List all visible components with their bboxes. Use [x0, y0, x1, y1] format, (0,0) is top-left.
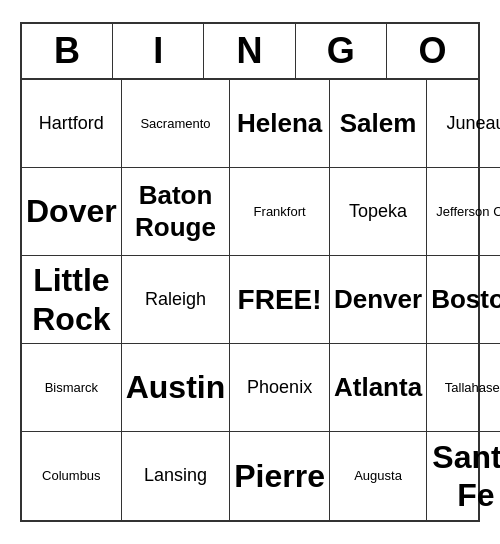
header-letter: N [204, 24, 295, 78]
bingo-cell[interactable]: Jefferson City [427, 168, 500, 256]
bingo-cell[interactable]: Raleigh [122, 256, 231, 344]
bingo-cell[interactable]: Baton Rouge [122, 168, 231, 256]
cell-text: Sacramento [140, 116, 210, 132]
cell-text: Jefferson City [436, 204, 500, 220]
cell-text: Tallahasee [445, 380, 500, 396]
bingo-cell[interactable]: Bismarck [22, 344, 122, 432]
bingo-cell[interactable]: Atlanta [330, 344, 427, 432]
cell-text: Juneau [446, 113, 500, 135]
cell-text: Frankfort [254, 204, 306, 220]
cell-text: FREE! [238, 283, 322, 317]
bingo-cell[interactable]: Pierre [230, 432, 330, 520]
cell-text: Topeka [349, 201, 407, 223]
cell-text: Boston [431, 284, 500, 315]
bingo-header: BINGO [22, 24, 478, 80]
bingo-cell[interactable]: Augusta [330, 432, 427, 520]
cell-text: Pierre [234, 457, 325, 495]
bingo-cell[interactable]: Phoenix [230, 344, 330, 432]
cell-text: Phoenix [247, 377, 312, 399]
header-letter: I [113, 24, 204, 78]
cell-text: Austin [126, 368, 226, 406]
bingo-cell[interactable]: Denver [330, 256, 427, 344]
cell-text: Denver [334, 284, 422, 315]
cell-text: Columbus [42, 468, 101, 484]
bingo-cell[interactable]: Austin [122, 344, 231, 432]
cell-text: Little Rock [26, 261, 117, 338]
bingo-cell[interactable]: Hartford [22, 80, 122, 168]
bingo-grid: HartfordSacramentoHelenaSalemJuneauDover… [22, 80, 478, 520]
bingo-cell[interactable]: Juneau [427, 80, 500, 168]
cell-text: Hartford [39, 113, 104, 135]
cell-text: Bismarck [45, 380, 98, 396]
header-letter: O [387, 24, 478, 78]
bingo-cell[interactable]: Santa Fe [427, 432, 500, 520]
bingo-cell[interactable]: Frankfort [230, 168, 330, 256]
bingo-cell[interactable]: FREE! [230, 256, 330, 344]
cell-text: Helena [237, 108, 322, 139]
header-letter: B [22, 24, 113, 78]
cell-text: Lansing [144, 465, 207, 487]
bingo-cell[interactable]: Sacramento [122, 80, 231, 168]
cell-text: Atlanta [334, 372, 422, 403]
cell-text: Salem [340, 108, 417, 139]
cell-text: Dover [26, 192, 117, 230]
cell-text: Augusta [354, 468, 402, 484]
header-letter: G [296, 24, 387, 78]
bingo-cell[interactable]: Topeka [330, 168, 427, 256]
bingo-cell[interactable]: Dover [22, 168, 122, 256]
cell-text: Baton Rouge [126, 180, 226, 242]
cell-text: Raleigh [145, 289, 206, 311]
bingo-cell[interactable]: Tallahasee [427, 344, 500, 432]
cell-text: Santa Fe [431, 438, 500, 515]
bingo-card: BINGO HartfordSacramentoHelenaSalemJunea… [20, 22, 480, 522]
bingo-cell[interactable]: Salem [330, 80, 427, 168]
bingo-cell[interactable]: Columbus [22, 432, 122, 520]
bingo-cell[interactable]: Boston [427, 256, 500, 344]
bingo-cell[interactable]: Little Rock [22, 256, 122, 344]
bingo-cell[interactable]: Lansing [122, 432, 231, 520]
bingo-cell[interactable]: Helena [230, 80, 330, 168]
